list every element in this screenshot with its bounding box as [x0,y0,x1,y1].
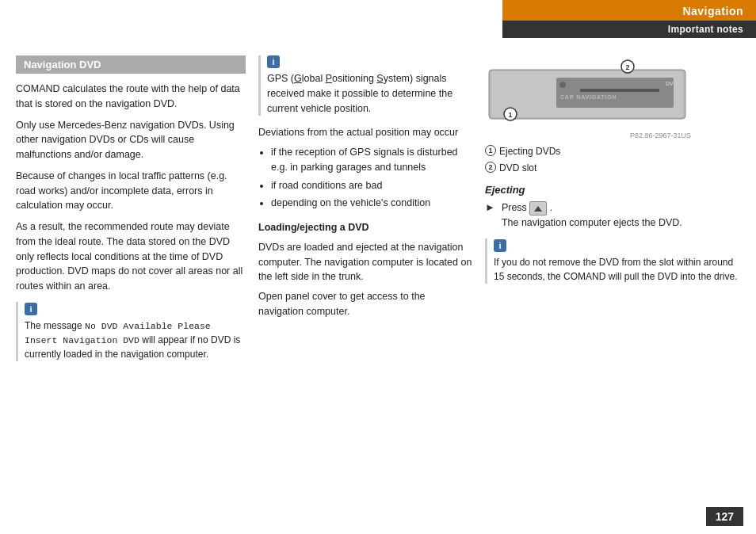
left-para-1: COMAND calculates the route with the hel… [16,82,246,112]
left-info-block: i The message No DVD Available Please In… [16,302,246,362]
gps-info-block: i GPS (Global Positioning System) signal… [258,55,472,116]
press-label: Press [502,202,527,213]
loading-text-2: Open panel cover to get access to the na… [258,289,472,319]
gps-pos: P [326,73,332,84]
left-para-4: As a result, the recommended route may d… [16,219,246,294]
svg-text:1: 1 [508,111,512,119]
left-info-prefix: The message [25,320,85,331]
page-header: Navigation Important notes [502,0,756,44]
car-nav-image: DVD CAR NAVIGATION 1 2 [485,55,691,131]
caption-item-1: 1 Ejecting DVDs [485,144,740,159]
svg-point-6 [559,82,566,88]
header-sub-label: Important notes [502,21,756,38]
gps-global-rest: lobal [302,73,326,84]
svg-text:2: 2 [625,63,629,71]
svg-rect-3 [580,89,659,92]
svg-text:CAR NAVIGATION: CAR NAVIGATION [560,94,617,100]
svg-rect-2 [556,78,674,108]
bullet-1: if the reception of GPS signals is distu… [271,145,472,175]
gps-sys: S [376,73,383,84]
loading-title: Loading/ejecting a DVD [258,220,472,235]
caption-badge-1: 1 [485,145,496,156]
right-info-text: If you do not remove the DVD from the sl… [494,255,740,284]
page-number: 127 [706,507,743,526]
svg-text:DVD: DVD [666,81,678,86]
bullet-3: depending on the vehicle's condition [271,196,472,211]
gps-bullets-list: if the reception of GPS signals is distu… [271,145,472,211]
image-source: P82.86-2967-31US [485,132,691,139]
right-info-box: i If you do not remove the DVD from the … [485,238,740,284]
image-captions: 1 Ejecting DVDs 2 DVD slot [485,144,740,176]
gps-global: G [294,73,302,84]
gps-text: GPS (Global Positioning System) signals … [267,71,472,116]
eject-result: The navigation computer ejects the DVD. [502,217,682,228]
gps-note: Deviations from the actual position may … [258,125,472,140]
info-icon-right: i [494,239,506,252]
left-para-2: Only use Mercedes-Benz navigation DVDs. … [16,118,246,162]
info-icon-middle: i [267,55,280,68]
section-title: Navigation DVD [16,55,246,74]
right-column: DVD CAR NAVIGATION 1 2 P82.86-2967-31US … [485,55,740,502]
eject-triangle-icon [534,206,542,212]
main-content: Navigation DVD COMAND calculates the rou… [16,55,740,502]
caption-text-2: DVD slot [499,161,536,176]
header-nav-label: Navigation [502,0,756,21]
eject-step: ► Press . The navigation computer ejects… [485,200,740,231]
loading-text-1: DVDs are loaded and ejected at the navig… [258,240,472,284]
left-column: Navigation DVD COMAND calculates the rou… [16,55,246,502]
ejecting-title: Ejecting [485,184,740,196]
info-icon-left: i [25,303,37,315]
arrow-icon: ► [485,201,495,213]
eject-step-content: Press . The navigation computer ejects t… [502,200,682,231]
caption-item-2: 2 DVD slot [485,161,740,176]
left-info-text: The message No DVD Available Please Inse… [25,318,246,362]
caption-text-1: Ejecting DVDs [499,144,560,159]
left-para-3: Because of changes in local traffic patt… [16,169,246,213]
press-note: . [550,202,552,213]
middle-column: i GPS (Global Positioning System) signal… [258,55,472,502]
eject-button-icon [529,201,547,216]
caption-badge-2: 2 [485,162,496,173]
bullet-2: if road conditions are bad [271,178,472,193]
